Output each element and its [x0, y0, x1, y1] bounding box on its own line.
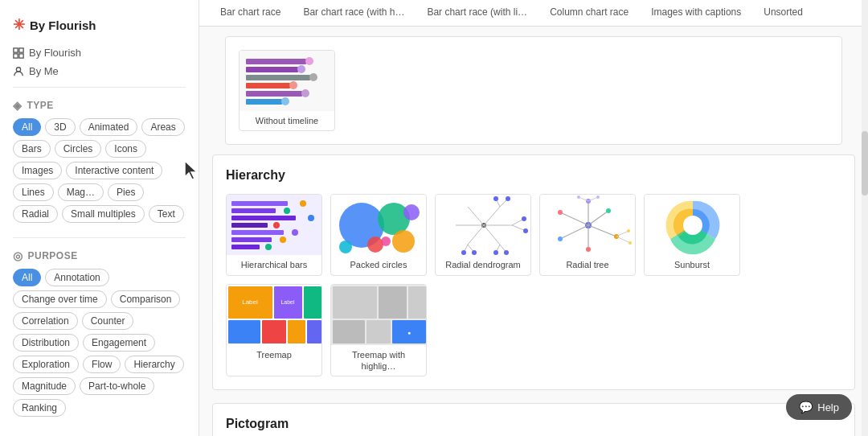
sidebar: ✳ By Flourish By Flourish By Me ◈ Type A… — [0, 0, 199, 436]
svg-rect-11 — [246, 99, 282, 105]
type-tag-radial[interactable]: Radial — [13, 205, 58, 223]
purpose-tag-ranking[interactable]: Ranking — [13, 399, 66, 417]
tab-images-with-captions[interactable]: Images with captions — [640, 0, 752, 26]
svg-rect-8 — [246, 75, 310, 80]
type-tag-icons[interactable]: Icons — [105, 140, 146, 158]
hierarchy-section: Hierarchy — [212, 154, 855, 390]
purpose-tag-hierarchy[interactable]: Hierarchy — [125, 356, 183, 373]
svg-point-59 — [522, 216, 526, 221]
hierarchy-templates-grid: Hierarchical bars — [226, 194, 841, 376]
svg-point-63 — [461, 250, 466, 255]
type-filter-tags: All 3D Animated Areas Bars Circles Icons… — [13, 118, 186, 223]
type-tag-lines[interactable]: Lines — [13, 183, 54, 201]
purpose-tag-magnitude[interactable]: Magnitude — [13, 377, 76, 395]
purpose-tag-annotation[interactable]: Annotation — [45, 269, 108, 286]
purpose-tag-all[interactable]: All — [13, 269, 41, 286]
template-sunburst[interactable]: Sunburst — [644, 194, 740, 275]
svg-rect-93 — [228, 320, 260, 343]
svg-rect-3 — [19, 53, 23, 57]
purpose-tag-comparison[interactable]: Comparison — [111, 290, 181, 308]
svg-point-16 — [301, 89, 309, 97]
svg-rect-94 — [262, 320, 286, 343]
svg-point-77 — [558, 237, 563, 241]
template-without-timeline[interactable]: Without timeline — [239, 50, 335, 131]
svg-rect-22 — [231, 223, 268, 228]
svg-rect-10 — [246, 91, 302, 97]
template-radial-tree[interactable]: Radial tree — [539, 194, 636, 275]
template-radial-dendrogram[interactable]: Radial dendrogram — [435, 194, 531, 275]
nav-by-me[interactable]: By Me — [0, 62, 199, 80]
svg-rect-104 — [366, 320, 391, 343]
svg-point-17 — [281, 97, 289, 105]
template-treemap[interactable]: Label Label Treemap — [226, 284, 322, 377]
scrollbar-track — [862, 0, 868, 436]
type-tag-circles[interactable]: Circles — [55, 140, 102, 158]
type-tag-3d[interactable]: 3D — [45, 118, 75, 136]
tab-column-chart-race[interactable]: Column chart race — [538, 0, 640, 26]
type-tag-small-multiples[interactable]: Small multiples — [62, 205, 145, 223]
purpose-tag-distribution[interactable]: Distribution — [13, 334, 79, 352]
hierarchy-title: Hierarchy — [226, 168, 841, 183]
type-tag-all[interactable]: All — [13, 118, 41, 136]
label-packed-circles: Packed circles — [331, 255, 426, 274]
purpose-tag-change-over-time[interactable]: Change over time — [13, 290, 107, 308]
template-treemap-highlight[interactable]: ● Treemap with highlig… — [330, 284, 427, 377]
pictogram-title: Pictogram — [226, 417, 841, 431]
svg-point-39 — [339, 241, 352, 253]
purpose-tag-part-to-whole[interactable]: Part-to-whole — [80, 377, 154, 395]
help-icon: 💬 — [799, 401, 813, 413]
flourish-logo[interactable]: ✳ By Flourish — [13, 16, 186, 34]
type-tag-text[interactable]: Text — [149, 205, 184, 223]
svg-rect-96 — [307, 320, 321, 343]
purpose-tag-counter[interactable]: Counter — [82, 312, 134, 330]
label-treemap-highlight: Treemap with highlig… — [331, 345, 426, 376]
type-tag-animated[interactable]: Animated — [80, 118, 138, 136]
template-thumb-without-timeline — [240, 51, 335, 111]
type-filter-section: ◈ Type All 3D Animated Areas Bars Circle… — [0, 94, 199, 231]
svg-point-62 — [493, 250, 498, 255]
main-content: Bar chart race Bar chart race (with h… B… — [199, 0, 868, 436]
template-packed-circles[interactable]: Packed circles — [330, 194, 427, 275]
purpose-tag-correlation[interactable]: Correlation — [13, 312, 78, 330]
svg-point-4 — [16, 67, 20, 71]
tab-bar-chart-race-l[interactable]: Bar chart race (with li… — [416, 0, 538, 26]
type-tag-areas[interactable]: Areas — [141, 118, 184, 136]
tab-bar-chart-race-h[interactable]: Bar chart race (with h… — [292, 0, 416, 26]
by-me-label: By Me — [29, 65, 59, 77]
type-tag-mag[interactable]: Mag… — [58, 183, 104, 201]
svg-rect-9 — [246, 83, 290, 88]
tab-bar-chart-race[interactable]: Bar chart race — [209, 0, 292, 26]
type-tag-images[interactable]: Images — [13, 162, 62, 179]
svg-point-86 — [628, 241, 632, 245]
sidebar-header: ✳ By Flourish — [0, 10, 199, 43]
svg-rect-100 — [333, 286, 377, 319]
svg-point-13 — [297, 65, 305, 73]
purpose-tag-flow[interactable]: Flow — [83, 356, 121, 373]
help-label: Help — [817, 401, 839, 413]
type-tag-bars[interactable]: Bars — [13, 140, 51, 158]
svg-text:Label: Label — [242, 298, 258, 306]
purpose-filter-tags: All Annotation Change over time Comparis… — [13, 269, 186, 417]
thumb-hierarchical-bars — [227, 195, 322, 255]
thumb-sunburst — [645, 195, 740, 255]
grid-icon — [13, 47, 24, 59]
template-hierarchical-bars[interactable]: Hierarchical bars — [226, 194, 322, 275]
label-hierarchical-bars: Hierarchical bars — [227, 255, 321, 274]
type-tag-interactive[interactable]: Interactive content — [66, 162, 162, 179]
nav-by-flourish[interactable]: By Flourish — [0, 43, 199, 62]
purpose-filter-section: ◎ Purpose All Annotation Change over tim… — [0, 245, 199, 425]
top-templates-grid: Without timeline — [239, 50, 829, 131]
svg-rect-6 — [246, 59, 306, 64]
tab-unsorted[interactable]: Unsorted — [752, 0, 814, 26]
help-button[interactable]: 💬 Help — [786, 394, 852, 420]
svg-rect-101 — [379, 286, 407, 319]
purpose-tag-engagement[interactable]: Engagement — [83, 334, 155, 352]
type-tag-pies[interactable]: Pies — [108, 183, 144, 201]
svg-point-26 — [300, 200, 306, 207]
scrollbar-thumb[interactable] — [862, 131, 868, 195]
purpose-tag-exploration[interactable]: Exploration — [13, 356, 79, 373]
top-section: Without timeline — [225, 36, 842, 145]
user-icon — [13, 66, 24, 77]
by-flourish-label: By Flourish — [29, 47, 81, 59]
type-filter-label: ◈ Type — [13, 99, 186, 112]
